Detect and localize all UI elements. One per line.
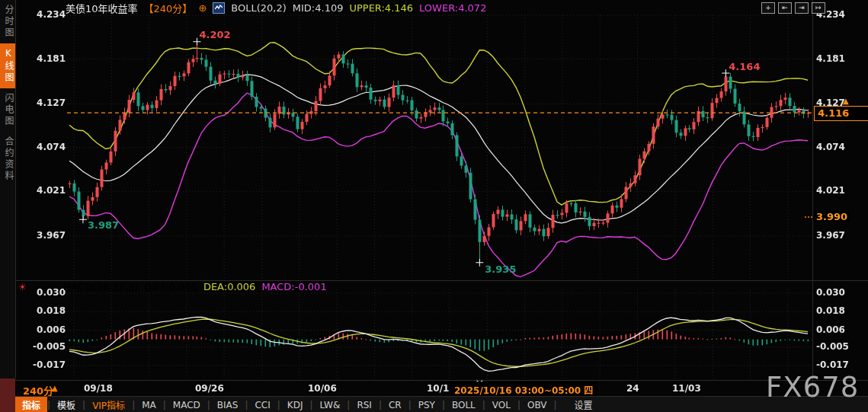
x-axis-label: 11/03: [672, 383, 701, 394]
boll-upper-value: UPPER:4.146: [349, 2, 413, 14]
x-axis-label: 10/1: [427, 383, 449, 394]
right-axis-divider: [812, 0, 813, 395]
toolbar-item-VIP指标[interactable]: VIP指标: [85, 397, 132, 412]
price-up-arrow-icon: ▲: [843, 97, 849, 105]
price-tick-left: 4.127: [29, 97, 66, 108]
sidebar-tab[interactable]: 分时图: [0, 0, 15, 43]
scale-right-icon[interactable]: ⇥: [795, 2, 809, 14]
chart-type-icon[interactable]: [213, 2, 225, 14]
x-axis-label: 09/18: [84, 383, 113, 394]
scale-left-icon[interactable]: ⇤: [778, 2, 792, 14]
price-tick-left: 4.234: [29, 9, 66, 20]
x-axis-row: 240分 ▲ 09/1809/2610/0610/12411/03 2025/1…: [0, 381, 868, 395]
instrument-title: 美债10年收益率: [66, 1, 138, 15]
macd-label: MACD(26,12,9): [63, 281, 139, 292]
chart-app: 分时图K线图闪电图合约资料 美债10年收益率 【240分】 ⊕ BOLL(20,…: [0, 0, 868, 412]
price-tick-right: 4.181: [816, 53, 845, 64]
macd-tick-left: -0.017: [29, 359, 66, 370]
price-tick-left: 3.967: [29, 230, 66, 241]
toolbar-item-VOL[interactable]: VOL: [485, 398, 517, 412]
toolbar-item-CCI[interactable]: CCI: [248, 398, 277, 412]
toolbar-item-OBV[interactable]: OBV: [520, 398, 554, 412]
price-tick-left: 4.181: [29, 53, 66, 64]
macd-hist-value: MACD:-0.001: [261, 281, 326, 292]
watermark: FX678: [766, 371, 859, 404]
add-indicator-icon[interactable]: ⊕: [198, 2, 207, 14]
toolbar-item-LW&[interactable]: LW&: [313, 398, 348, 412]
period-label[interactable]: 【240分】: [144, 1, 193, 15]
x-axis-label: 10/06: [308, 383, 337, 394]
toolbar-item-RSI[interactable]: RSI: [350, 398, 379, 412]
x-axis-label: 24: [626, 383, 639, 394]
macd-tick-right: -0.017: [816, 359, 849, 370]
toolbar-item-KDJ[interactable]: KDJ: [280, 398, 310, 412]
bottom-toolbar: 指标|模板|VIP指标|MA|MACD|BIAS|CCI|KDJ|LW&|RSI…: [15, 396, 868, 412]
sidebar-tab[interactable]: 合约资料: [0, 132, 15, 187]
x-axis-label: 09/26: [195, 383, 224, 394]
price-extreme-annotation: 4.164: [729, 61, 760, 72]
price-tick-right: 3.967: [816, 230, 845, 241]
toolbar-item-CR[interactable]: CR: [382, 398, 408, 412]
corner-controls: +⇤⇥↦: [761, 2, 825, 14]
sidebar-tab[interactable]: 闪电图: [0, 88, 15, 132]
sidebar-tab[interactable]: K线图: [0, 43, 15, 88]
macd-diff-value: DIFF:0.005: [145, 281, 197, 292]
toolbar-item-设置[interactable]: 设置: [568, 397, 600, 412]
macd-tick-right: 0.030: [816, 287, 845, 298]
price-tick-right: 4.021: [816, 185, 845, 196]
macd-tick-right: -0.005: [816, 341, 849, 352]
price-tick-left: 4.021: [29, 185, 66, 196]
current-price-label: 4.116: [814, 106, 868, 121]
price-tick-left: 4.074: [29, 142, 66, 152]
toolbar-item-MACD[interactable]: MACD: [166, 398, 207, 412]
pan-right-icon[interactable]: ↦: [812, 2, 825, 14]
macd-tick-left: 0.018: [29, 305, 66, 316]
macd-tick-left: -0.005: [29, 341, 66, 352]
toolbar-item-BOLL[interactable]: BOLL: [445, 398, 482, 412]
boll-mid-value: MID:4.109: [293, 2, 344, 14]
macd-tick-right: 0.006: [816, 324, 845, 335]
macd-header: ☀ MACD(26,12,9) DIFF:0.005 DEA:0.006 MAC…: [15, 281, 327, 292]
boll-label: BOLL(20,2): [231, 2, 287, 14]
toolbar-item-指标[interactable]: 指标: [15, 397, 47, 412]
toolbar-separator: |: [554, 400, 557, 410]
settlement-price-label: 3.990: [814, 211, 850, 222]
toolbar-item-MA[interactable]: MA: [135, 398, 163, 412]
price-extreme-annotation: 4.202: [199, 29, 230, 40]
toolbar-item-BIAS[interactable]: BIAS: [210, 398, 245, 412]
sidebar: 分时图K线图闪电图合约资料: [0, 0, 16, 378]
boll-lower-value: LOWER:4.072: [419, 2, 486, 14]
macd-settings-icon[interactable]: ☀: [18, 282, 27, 292]
interval-arrow-icon[interactable]: ▲: [52, 384, 58, 392]
crosshair-move-icon[interactable]: +: [761, 2, 775, 14]
macd-tick-right: 0.018: [816, 305, 845, 316]
macd-dea-value: DEA:0.006: [203, 281, 256, 292]
price-extreme-annotation: 3.987: [88, 219, 119, 231]
crosshair-tooltip: 2025/10/16 03:00~05:00 四: [450, 382, 597, 398]
price-tick-right: 4.074: [816, 142, 845, 152]
macd-tick-left: 0.006: [29, 324, 66, 335]
price-extreme-annotation: 3.935: [485, 263, 516, 275]
toolbar-item-模板[interactable]: 模板: [50, 397, 82, 412]
chart-header: 美债10年收益率 【240分】 ⊕ BOLL(20,2) MID:4.109 U…: [66, 2, 486, 14]
toolbar-item-PSY[interactable]: PSY: [412, 398, 442, 412]
